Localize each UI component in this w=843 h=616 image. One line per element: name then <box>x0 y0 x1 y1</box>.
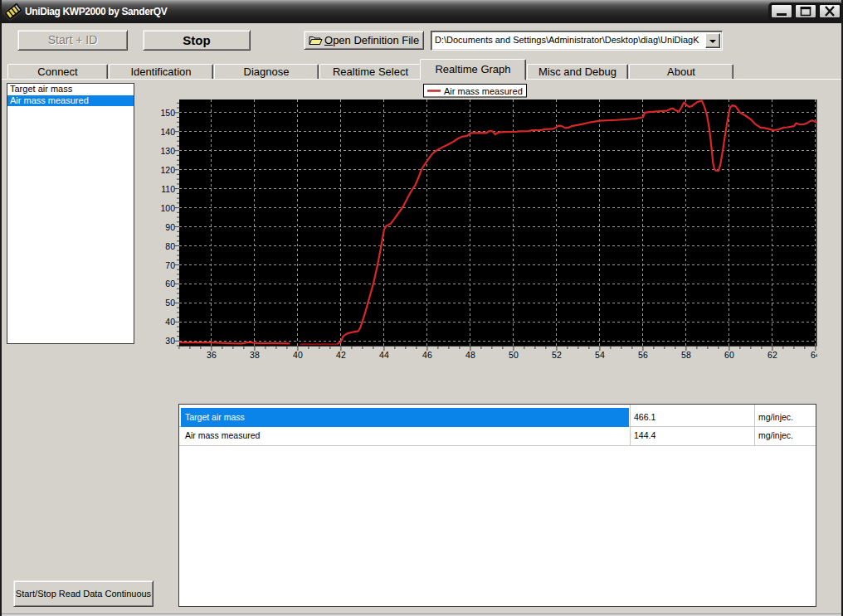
svg-text:54: 54 <box>595 350 605 360</box>
svg-text:110: 110 <box>161 184 175 194</box>
svg-text:50: 50 <box>509 350 519 360</box>
svg-text:60: 60 <box>724 350 734 360</box>
svg-text:70: 70 <box>165 260 175 270</box>
svg-text:56: 56 <box>638 350 648 360</box>
svg-text:100: 100 <box>160 203 175 213</box>
svg-text:50: 50 <box>165 298 175 308</box>
svg-text:44: 44 <box>379 350 389 360</box>
svg-text:36: 36 <box>207 350 217 360</box>
svg-text:58: 58 <box>681 350 691 360</box>
svg-text:60: 60 <box>165 279 175 289</box>
svg-text:120: 120 <box>160 165 175 175</box>
svg-text:30: 30 <box>165 336 175 346</box>
svg-text:48: 48 <box>465 350 475 360</box>
svg-text:80: 80 <box>165 241 175 251</box>
svg-text:38: 38 <box>250 350 260 360</box>
svg-text:62: 62 <box>767 350 777 360</box>
svg-text:140: 140 <box>160 127 175 137</box>
svg-text:46: 46 <box>422 350 432 360</box>
svg-text:130: 130 <box>160 146 175 156</box>
svg-text:Air mass measured: Air mass measured <box>444 86 523 96</box>
svg-text:64: 64 <box>811 350 821 360</box>
svg-text:42: 42 <box>336 350 346 360</box>
svg-text:90: 90 <box>165 222 175 232</box>
svg-text:40: 40 <box>293 350 303 360</box>
svg-text:150: 150 <box>160 108 175 118</box>
svg-text:40: 40 <box>165 317 175 327</box>
svg-text:52: 52 <box>552 350 562 360</box>
